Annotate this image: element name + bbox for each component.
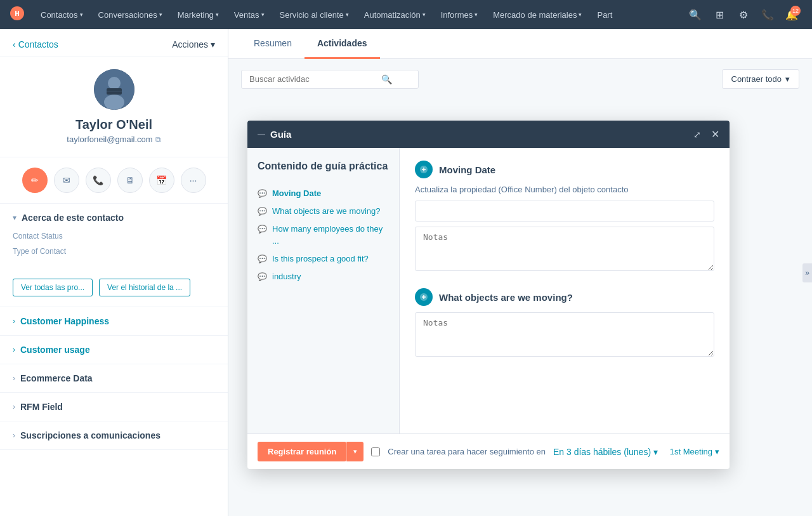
- nav-servicio[interactable]: Servicio al cliente ▾: [273, 6, 355, 23]
- search-icon-btn[interactable]: 🔍: [685, 4, 705, 25]
- guide-section-moving-date-header: Moving Date: [415, 161, 714, 178]
- section-subscriptions-chevron-icon: ›: [13, 431, 15, 440]
- avatar-inner: [94, 69, 134, 110]
- guide-nav-industry[interactable]: 💬 industry: [258, 268, 389, 286]
- guide-footer: Registrar reunión ▾ Crear una tarea para…: [247, 433, 730, 469]
- section-rfm-title: RFM Field: [20, 402, 63, 412]
- apps-icon-btn[interactable]: ⊞: [709, 4, 730, 25]
- guide-section-moving-date-icon: [415, 161, 433, 178]
- guide-left-panel: Contenido de guía práctica 💬 Moving Date…: [247, 148, 400, 433]
- activity-search-bar: 🔍 Contraer todo ▾: [228, 59, 812, 99]
- guide-section-what-objects: What objects are we moving?: [415, 288, 714, 359]
- guide-nav-good-fit[interactable]: 💬 Is this prospect a good fit?: [258, 250, 389, 268]
- notification-badge: 12: [790, 6, 801, 16]
- guide-nav-how-many[interactable]: 💬 How many employees do they ...: [258, 220, 389, 249]
- nav-marketing[interactable]: Marketing ▾: [171, 6, 225, 23]
- guide-nav-industry-icon: 💬: [258, 272, 267, 281]
- nav-automatizacion[interactable]: Automatización ▾: [358, 6, 432, 23]
- nav-ventas[interactable]: Ventas ▾: [228, 6, 271, 23]
- calendar-button[interactable]: 📅: [149, 168, 174, 193]
- guide-section-what-objects-title: What objects are we moving?: [439, 292, 573, 303]
- nav-contactos-chevron: ▾: [80, 11, 83, 18]
- acciones-label: Acciones: [172, 39, 208, 50]
- followup-text: Crear una tarea para hacer seguimiento e…: [388, 447, 546, 456]
- ver-historial-button[interactable]: Ver el historial de la ...: [99, 279, 190, 296]
- section-customer-usage-header[interactable]: › Customer usage: [0, 336, 228, 364]
- guide-modal: — Guía ⤢ ✕ Contenido de guía práctica 💬 …: [247, 121, 730, 469]
- tab-resumen[interactable]: Resumen: [241, 29, 304, 59]
- contacts-breadcrumb[interactable]: ‹ Contactos: [13, 39, 58, 50]
- call-button[interactable]: 📞: [86, 168, 111, 193]
- guide-minimize-icon[interactable]: —: [258, 130, 265, 139]
- register-meeting-dropdown-button[interactable]: ▾: [346, 442, 363, 461]
- followup-task-checkbox[interactable]: [371, 447, 380, 456]
- email-button[interactable]: ✉: [54, 168, 79, 193]
- notifications-icon-btn[interactable]: 🔔 12: [782, 4, 802, 25]
- phone-icon-btn[interactable]: 📞: [757, 4, 778, 25]
- section-customer-usage-chevron-icon: ›: [13, 345, 15, 354]
- collapse-all-button[interactable]: Contraer todo ▾: [722, 69, 800, 89]
- what-objects-notes[interactable]: [415, 312, 714, 357]
- moving-date-input[interactable]: [415, 201, 714, 222]
- avatar: [94, 69, 134, 110]
- guide-nav-moving-date[interactable]: 💬 Moving Date: [258, 185, 389, 202]
- section-customer-happiness-header[interactable]: › Customer Happiness: [0, 307, 228, 335]
- nav-icon-group: 🔍 ⊞ ⚙ 📞 🔔 12: [685, 4, 802, 25]
- ver-propiedades-button[interactable]: Ver todas las pro...: [13, 279, 93, 296]
- guide-section-moving-date-title: Moving Date: [439, 164, 495, 175]
- section-customer-happiness: › Customer Happiness: [0, 307, 228, 336]
- tabs-bar: Resumen Actividades: [228, 29, 812, 59]
- search-input[interactable]: [249, 74, 376, 84]
- breadcrumb-label: Contactos: [18, 39, 58, 50]
- nav-contactos[interactable]: Contactos ▾: [34, 6, 89, 23]
- guide-section-what-objects-header: What objects are we moving?: [415, 288, 714, 306]
- section-acerca-header[interactable]: ▾ Acerca de este contacto: [0, 204, 228, 232]
- settings-icon-btn[interactable]: ⚙: [733, 4, 754, 25]
- section-ecommerce-chevron-icon: ›: [13, 374, 15, 383]
- collapse-right-panel-button[interactable]: »: [802, 263, 812, 282]
- tab-actividades[interactable]: Actividades: [304, 29, 380, 59]
- section-subscriptions-header[interactable]: › Suscripciones a comunicaciones: [0, 421, 228, 449]
- hubspot-logo[interactable]: [10, 6, 24, 23]
- nav-mercado-chevron: ▾: [579, 11, 582, 18]
- guide-modal-title: Guía: [270, 129, 688, 140]
- guide-nav-what-objects[interactable]: 💬 What objects are we moving?: [258, 202, 389, 220]
- section-ecommerce-header[interactable]: › Ecommerce Data: [0, 364, 228, 392]
- meeting-type-select[interactable]: 1st Meeting ▾: [670, 447, 719, 456]
- guide-close-icon[interactable]: ✕: [711, 128, 719, 140]
- acciones-button[interactable]: Acciones ▾: [172, 39, 215, 50]
- meeting-select-chevron-icon: ▾: [715, 447, 719, 456]
- followup-days-link[interactable]: En 3 días hábiles (lunes) ▾: [553, 447, 658, 457]
- section-acerca-title: Acerca de este contacto: [22, 213, 124, 223]
- screen-button[interactable]: 🖥: [117, 168, 143, 193]
- section-rfm-header[interactable]: › RFM Field: [0, 393, 228, 421]
- nav-informes[interactable]: Informes ▾: [435, 6, 485, 23]
- contact-status-label: Contact Status: [13, 232, 215, 241]
- acciones-chevron-icon: ▾: [211, 39, 215, 50]
- nav-conversaciones[interactable]: Conversaciones ▾: [92, 6, 169, 23]
- guide-nav-industry-label: industry: [272, 271, 301, 282]
- more-actions-button[interactable]: ···: [181, 168, 206, 193]
- contact-email: taylorfoneil@gmail.com ⧉: [67, 135, 160, 144]
- register-meeting-button[interactable]: Registrar reunión: [258, 442, 346, 461]
- copy-email-icon[interactable]: ⧉: [155, 135, 161, 144]
- section-customer-happiness-title: Customer Happiness: [20, 316, 109, 326]
- edit-button[interactable]: ✏: [22, 168, 48, 193]
- guide-left-title: Contenido de guía práctica: [258, 161, 389, 172]
- nav-part[interactable]: Part: [591, 6, 619, 23]
- guide-nav-what-objects-label: What objects are we moving?: [272, 206, 381, 217]
- guide-expand-icon[interactable]: ⤢: [693, 129, 701, 140]
- section-customer-happiness-chevron-icon: ›: [13, 317, 15, 326]
- guide-nav-good-fit-icon: 💬: [258, 255, 267, 263]
- contact-status-field: Contact Status: [13, 232, 215, 241]
- section-rfm-chevron-icon: ›: [13, 402, 15, 411]
- nav-mercado[interactable]: Mercado de materiales ▾: [487, 6, 588, 23]
- section-subscriptions: › Suscripciones a comunicaciones: [0, 421, 228, 450]
- left-panel: ‹ Contactos Acciones ▾: [0, 29, 228, 516]
- section-acerca-buttons: Ver todas las pro... Ver el historial de…: [0, 272, 228, 307]
- section-subscriptions-title: Suscripciones a comunicaciones: [20, 430, 160, 440]
- action-buttons-row: ✏ ✉ 📞 🖥 📅 ···: [0, 157, 228, 204]
- section-ecommerce-title: Ecommerce Data: [20, 373, 93, 383]
- moving-date-notes[interactable]: [415, 227, 714, 271]
- svg-point-3: [104, 95, 124, 110]
